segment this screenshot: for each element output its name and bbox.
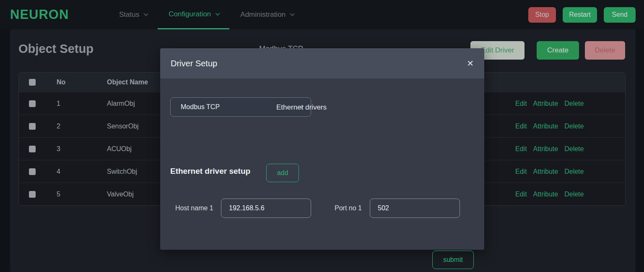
- edit-link[interactable]: Edit: [515, 191, 527, 198]
- chevron-down-icon: [144, 11, 148, 16]
- add-button[interactable]: add: [266, 164, 299, 182]
- attribute-link[interactable]: Attribute: [533, 168, 558, 175]
- nav-item-label: Configuration: [169, 10, 211, 18]
- attribute-link[interactable]: Attribute: [533, 191, 558, 198]
- host-name-label: Host name 1: [175, 204, 213, 212]
- driver-select-caption: Ethernet drivers: [276, 103, 327, 112]
- header-checkbox-cell: [19, 79, 57, 86]
- row-checkbox[interactable]: [29, 168, 36, 175]
- header-no: No: [57, 78, 107, 86]
- row-checkbox[interactable]: [29, 100, 36, 107]
- restart-button[interactable]: Restart: [563, 7, 597, 23]
- send-button[interactable]: Send: [604, 7, 636, 23]
- nav-item-configuration[interactable]: Configuration: [158, 0, 229, 29]
- driver-select-value: Modbus TCP: [181, 103, 220, 111]
- cell-no: 2: [57, 123, 107, 130]
- close-icon[interactable]: ✕: [467, 59, 474, 68]
- driver-setup-modal: Driver Setup ✕ Modbus TCP Ethernet drive…: [160, 48, 484, 250]
- row-checkbox[interactable]: [29, 191, 36, 198]
- cell-no: 4: [57, 168, 107, 175]
- top-navbar: NEURON Status Configuration Administrati…: [0, 0, 644, 29]
- select-all-checkbox[interactable]: [29, 79, 36, 86]
- stop-button[interactable]: Stop: [528, 7, 556, 23]
- cell-no: 1: [57, 100, 107, 107]
- host-name-input[interactable]: [221, 199, 311, 218]
- row-checkbox[interactable]: [29, 146, 36, 152]
- submit-button[interactable]: submit: [432, 251, 474, 269]
- modal-body: Modbus TCP Ethernet drivers Ethernet dri…: [160, 78, 484, 250]
- nav-item-status[interactable]: Status: [108, 0, 158, 29]
- chevron-down-icon: [216, 11, 220, 16]
- delete-link[interactable]: Delete: [564, 145, 584, 153]
- delete-link[interactable]: Delete: [564, 100, 584, 107]
- delete-link[interactable]: Delete: [564, 123, 584, 130]
- ethernet-setup-title: Ethernet driver setup: [170, 167, 250, 176]
- cell-no: 3: [57, 145, 107, 153]
- edit-link[interactable]: Edit: [515, 100, 527, 107]
- create-button[interactable]: Create: [537, 41, 579, 60]
- delete-button[interactable]: Delete: [585, 41, 625, 60]
- edit-link[interactable]: Edit: [515, 145, 527, 153]
- edit-link[interactable]: Edit: [515, 168, 527, 175]
- modal-title: Driver Setup: [171, 59, 217, 68]
- edit-link[interactable]: Edit: [515, 123, 527, 130]
- delete-link[interactable]: Delete: [564, 168, 584, 175]
- attribute-link[interactable]: Attribute: [533, 100, 558, 107]
- nav-menu: Status Configuration Administration: [108, 0, 304, 29]
- nav-action-buttons: Stop Restart Send: [528, 0, 636, 29]
- row-checkbox[interactable]: [29, 123, 36, 130]
- nav-item-administration[interactable]: Administration: [229, 0, 304, 29]
- page-title: Object Setup: [18, 42, 93, 56]
- port-no-label: Port no 1: [335, 204, 362, 212]
- port-no-input[interactable]: [370, 199, 460, 218]
- attribute-link[interactable]: Attribute: [533, 145, 558, 153]
- modal-header: Driver Setup ✕: [160, 48, 484, 78]
- nav-item-label: Status: [119, 10, 139, 19]
- cell-no: 5: [57, 191, 107, 198]
- chevron-down-icon: [290, 11, 295, 16]
- nav-item-label: Administration: [240, 10, 286, 19]
- attribute-link[interactable]: Attribute: [533, 123, 558, 130]
- brand-logo: NEURON: [10, 7, 94, 22]
- delete-link[interactable]: Delete: [564, 191, 584, 198]
